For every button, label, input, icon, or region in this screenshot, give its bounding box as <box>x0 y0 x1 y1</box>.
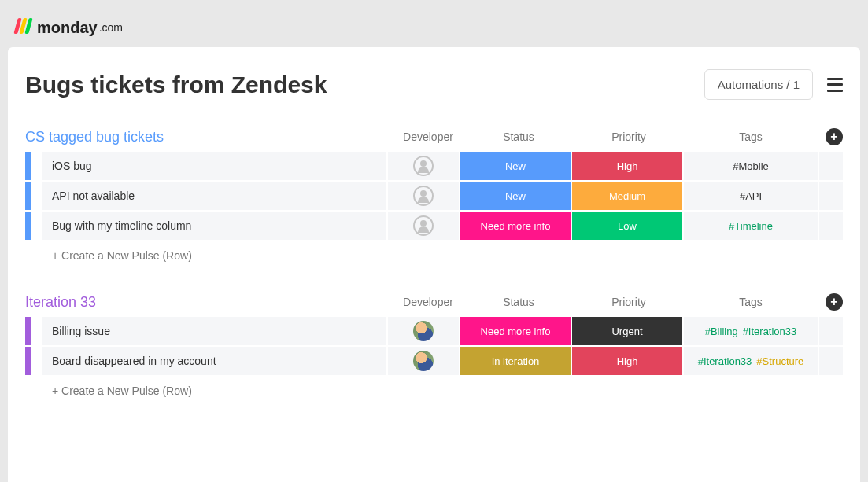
create-row-label[interactable]: + Create a New Pulse (Row) <box>42 384 843 397</box>
avatar <box>413 351 434 371</box>
status-cell[interactable]: Need more info <box>460 212 571 240</box>
column-header-developer[interactable]: Developer <box>393 296 464 308</box>
top-bar: monday.com <box>8 8 860 47</box>
priority-cell[interactable]: Low <box>572 212 682 240</box>
tags-cell[interactable]: #Iteration33#Structure <box>684 347 818 375</box>
header-actions: Automations / 1 <box>704 69 843 100</box>
page-header: Bugs tickets from Zendesk Automations / … <box>25 69 843 100</box>
column-header-tags[interactable]: Tags <box>684 296 818 308</box>
tag[interactable]: #Iteration33 <box>698 355 752 367</box>
avatar-empty-icon <box>413 215 434 236</box>
status-cell[interactable]: New <box>460 182 571 210</box>
brand-name: monday <box>37 19 98 37</box>
priority-cell[interactable]: Medium <box>572 182 682 210</box>
tags-cell[interactable]: #API <box>684 182 818 210</box>
group-title[interactable]: CS tagged bug tickets <box>25 129 164 145</box>
priority-cell[interactable]: High <box>572 152 682 180</box>
avatar <box>413 321 434 341</box>
add-column-button[interactable]: + <box>826 293 843 311</box>
developer-cell[interactable] <box>388 212 459 240</box>
group: CS tagged bug ticketsDeveloperStatusPrio… <box>25 128 843 270</box>
developer-cell[interactable] <box>388 347 459 375</box>
row-color-stripe <box>25 152 31 180</box>
column-headers: DeveloperStatusPriorityTags+ <box>393 128 843 145</box>
page-title: Bugs tickets from Zendesk <box>25 72 327 98</box>
priority-cell[interactable]: High <box>572 347 682 375</box>
column-headers: DeveloperStatusPriorityTags+ <box>393 293 843 311</box>
create-row[interactable]: + Create a New Pulse (Row) <box>25 241 843 270</box>
plus-icon: + <box>830 130 837 144</box>
tag[interactable]: #API <box>740 190 762 202</box>
row-color-stripe <box>25 317 31 345</box>
row-name[interactable]: Billing issue <box>42 317 386 345</box>
brand-suffix: .com <box>99 21 123 34</box>
priority-cell[interactable]: Urgent <box>572 317 682 345</box>
create-row[interactable]: + Create a New Pulse (Row) <box>25 377 843 405</box>
status-cell[interactable]: New <box>460 152 571 180</box>
tags-cell[interactable]: #Timeline <box>684 212 818 240</box>
row-name[interactable]: iOS bug <box>42 152 386 180</box>
column-header-developer[interactable]: Developer <box>393 131 464 143</box>
create-row-label[interactable]: + Create a New Pulse (Row) <box>42 249 843 262</box>
board-content: Bugs tickets from Zendesk Automations / … <box>8 47 860 482</box>
logo-mark-icon <box>16 18 32 37</box>
status-cell[interactable]: In iteration <box>460 347 571 375</box>
tag[interactable]: #Mobile <box>733 160 769 172</box>
column-header-tags[interactable]: Tags <box>684 131 818 143</box>
brand-logo: monday.com <box>16 18 123 37</box>
menu-icon[interactable] <box>827 78 843 92</box>
row-name[interactable]: Bug with my timeline column <box>42 212 386 240</box>
avatar-empty-icon <box>413 156 434 176</box>
table-row[interactable]: API not availableNewMedium#API <box>25 182 843 210</box>
row-color-stripe <box>25 182 31 210</box>
row-name[interactable]: Board disappeared in my account <box>42 347 386 375</box>
tags-cell[interactable]: #Billing#Iteration33 <box>684 317 818 345</box>
developer-cell[interactable] <box>388 182 459 210</box>
column-header-status[interactable]: Status <box>464 296 574 308</box>
table-row[interactable]: Board disappeared in my accountIn iterat… <box>25 347 843 375</box>
tag[interactable]: #Structure <box>756 355 803 367</box>
tags-cell[interactable]: #Mobile <box>684 152 818 180</box>
row-color-stripe <box>25 347 31 375</box>
plus-icon: + <box>830 295 837 309</box>
group-title[interactable]: Iteration 33 <box>25 294 96 311</box>
column-header-status[interactable]: Status <box>464 131 574 143</box>
developer-cell[interactable] <box>388 317 459 345</box>
add-column-button[interactable]: + <box>826 128 843 145</box>
column-header-priority[interactable]: Priority <box>574 296 684 308</box>
app-window: monday.com Bugs tickets from Zendesk Aut… <box>0 0 868 482</box>
group-header: Iteration 33DeveloperStatusPriorityTags+ <box>25 293 843 317</box>
tag[interactable]: #Billing <box>705 326 738 337</box>
table-row[interactable]: iOS bugNewHigh#Mobile <box>25 152 843 180</box>
row-name[interactable]: API not available <box>42 182 386 210</box>
group-header: CS tagged bug ticketsDeveloperStatusPrio… <box>25 128 843 152</box>
avatar-empty-icon <box>413 186 434 206</box>
developer-cell[interactable] <box>388 152 459 180</box>
row-color-stripe <box>25 212 31 240</box>
table-row[interactable]: Billing issueNeed more infoUrgent#Billin… <box>25 317 843 345</box>
table-row[interactable]: Bug with my timeline columnNeed more inf… <box>25 212 843 240</box>
column-header-priority[interactable]: Priority <box>574 131 684 143</box>
tag[interactable]: #Iteration33 <box>743 326 797 337</box>
tag[interactable]: #Timeline <box>729 220 773 232</box>
group: Iteration 33DeveloperStatusPriorityTags+… <box>25 293 843 405</box>
automations-button[interactable]: Automations / 1 <box>704 69 813 100</box>
status-cell[interactable]: Need more info <box>460 317 571 345</box>
